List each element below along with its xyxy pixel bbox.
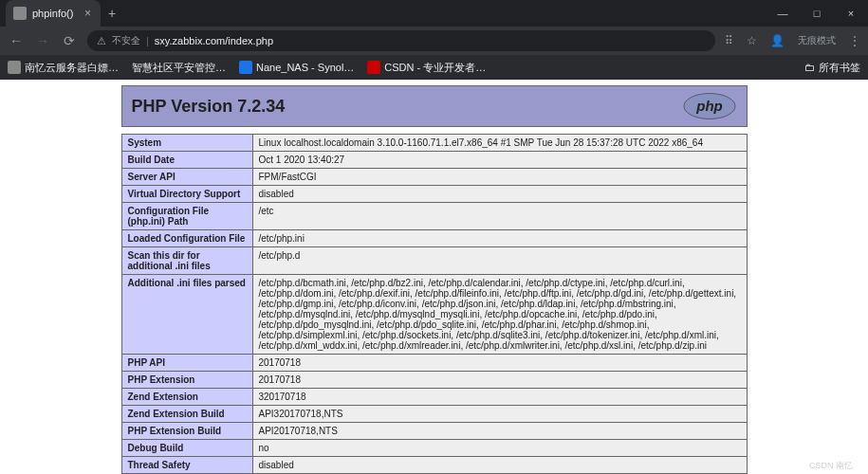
bookmark-label: 智慧社区平安管控… [132, 61, 226, 75]
url-text: sxy.zabbix.com/index.php [155, 35, 273, 46]
url-input[interactable]: ⚠ 不安全 | sxy.zabbix.com/index.php [87, 30, 715, 51]
phpinfo-header: PHP Version 7.2.34 php [121, 85, 748, 127]
info-key: Zend Extension Build [121, 406, 252, 423]
info-key: Zend Extension [121, 389, 252, 406]
close-window-button[interactable]: × [834, 8, 868, 19]
info-key: PHP Extension [121, 372, 252, 389]
info-row: Debug Buildno [121, 440, 747, 457]
info-value: API320170718,NTS [252, 406, 747, 423]
maximize-button[interactable]: □ [800, 8, 834, 19]
window-titlebar: phpinfo() × + — □ × [0, 0, 868, 27]
info-row: Configuration File (php.ini) Path/etc [121, 203, 747, 230]
phpinfo-table: SystemLinux localhost.localdomain 3.10.0… [121, 134, 748, 474]
info-value: disabled [252, 186, 747, 203]
page-viewport[interactable]: PHP Version 7.2.34 php SystemLinux local… [0, 80, 868, 474]
info-key: PHP API [121, 355, 252, 372]
info-row: Scan this dir for additional .ini files/… [121, 247, 747, 275]
info-key: Scan this dir for additional .ini files [121, 247, 252, 275]
insecure-icon: ⚠ [97, 35, 106, 47]
bookmark-item[interactable]: 智慧社区平安管控… [132, 61, 226, 75]
watermark-text: CSDN 南忆 [809, 460, 853, 472]
bookmark-item[interactable]: Nane_NAS - Synol… [239, 61, 354, 74]
info-key: System [121, 135, 252, 152]
all-bookmarks-label: 所有书签 [819, 61, 860, 75]
info-value: /etc/php.d/bcmath.ini, /etc/php.d/bz2.in… [252, 275, 747, 355]
info-value: /etc/php.d [252, 247, 747, 275]
bookmark-label: CSDN - 专业开发者… [384, 61, 486, 75]
tab-favicon [13, 7, 27, 20]
info-value: disabled [252, 457, 747, 474]
info-row: Virtual Directory Supportdisabled [121, 186, 747, 203]
info-key: PHP Extension Build [121, 423, 252, 440]
info-row: Loaded Configuration File/etc/php.ini [121, 230, 747, 247]
info-row: SystemLinux localhost.localdomain 3.10.0… [121, 135, 747, 152]
bookmark-favicon [367, 61, 380, 74]
info-value: /etc [252, 203, 747, 230]
info-row: Additional .ini files parsed/etc/php.d/b… [121, 275, 747, 355]
bookmark-label: Nane_NAS - Synol… [256, 62, 354, 73]
all-bookmarks-button[interactable]: 🗀所有书签 [804, 61, 860, 75]
browser-tab[interactable]: phpinfo() × [6, 0, 101, 27]
address-bar: ← → ⟳ ⚠ 不安全 | sxy.zabbix.com/index.php ⠿… [0, 27, 868, 55]
php-version-title: PHP Version 7.2.34 [132, 97, 286, 117]
info-key: Server API [121, 169, 252, 186]
info-key: Loaded Configuration File [121, 230, 252, 247]
addr-actions: ⠿ ☆ 👤 无痕模式 ⋮ [725, 34, 860, 47]
info-value: 20170718 [252, 372, 747, 389]
info-value: 20170718 [252, 355, 747, 372]
info-key: Virtual Directory Support [121, 186, 252, 203]
folder-icon: 🗀 [804, 62, 815, 73]
info-key: Configuration File (php.ini) Path [121, 203, 252, 230]
bookmark-star-icon[interactable]: ☆ [747, 34, 757, 47]
info-row: Zend Extension BuildAPI320170718,NTS [121, 406, 747, 423]
info-key: Additional .ini files parsed [121, 275, 252, 355]
info-row: Build DateOct 1 2020 13:40:27 [121, 152, 747, 169]
nav-back-button[interactable]: ← [8, 33, 25, 48]
nav-forward-button[interactable]: → [34, 33, 51, 48]
bookmarks-bar: 南忆云服务器白嫖… 智慧社区平安管控… Nane_NAS - Synol… CS… [0, 55, 868, 80]
php-logo: php [682, 92, 737, 120]
nav-reload-button[interactable]: ⟳ [61, 33, 78, 48]
bookmark-item[interactable]: 南忆云服务器白嫖… [8, 61, 119, 75]
tab-title: phpinfo() [32, 8, 73, 19]
info-key: Build Date [121, 152, 252, 169]
info-row: Server APIFPM/FastCGI [121, 169, 747, 186]
info-row: PHP Extension20170718 [121, 372, 747, 389]
new-tab-button[interactable]: + [108, 6, 116, 21]
info-row: PHP API20170718 [121, 355, 747, 372]
info-value: FPM/FastCGI [252, 169, 747, 186]
info-row: Thread Safetydisabled [121, 457, 747, 474]
incognito-label: 无痕模式 [798, 34, 836, 47]
info-value: Oct 1 2020 13:40:27 [252, 152, 747, 169]
info-row: Zend Extension320170718 [121, 389, 747, 406]
info-value: Linux localhost.localdomain 3.10.0-1160.… [252, 135, 747, 152]
bookmark-item[interactable]: CSDN - 专业开发者… [367, 61, 486, 75]
menu-icon[interactable]: ⋮ [849, 34, 860, 47]
info-value: 320170718 [252, 389, 747, 406]
info-key: Thread Safety [121, 457, 252, 474]
info-value: API20170718,NTS [252, 423, 747, 440]
info-row: PHP Extension BuildAPI20170718,NTS [121, 423, 747, 440]
window-controls: — □ × [766, 8, 868, 19]
info-value: /etc/php.ini [252, 230, 747, 247]
minimize-button[interactable]: — [766, 8, 800, 19]
info-value: no [252, 440, 747, 457]
insecure-label: 不安全 [112, 34, 140, 47]
phpinfo-page: PHP Version 7.2.34 php SystemLinux local… [121, 85, 748, 474]
bookmark-favicon [239, 61, 252, 74]
bookmark-favicon [8, 61, 21, 74]
svg-text:php: php [695, 98, 723, 114]
translate-icon[interactable]: ⠿ [725, 34, 733, 47]
bookmark-label: 南忆云服务器白嫖… [25, 61, 119, 75]
info-key: Debug Build [121, 440, 252, 457]
tab-close-icon[interactable]: × [84, 7, 91, 20]
incognito-icon[interactable]: 👤 [770, 34, 785, 47]
